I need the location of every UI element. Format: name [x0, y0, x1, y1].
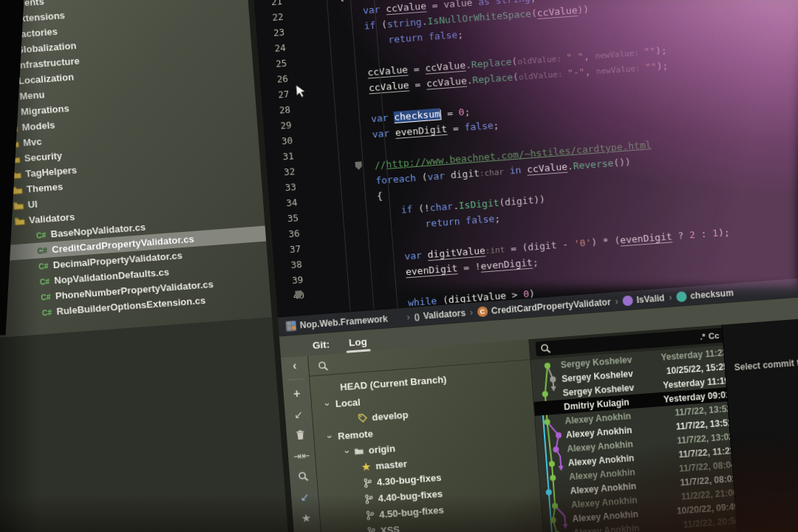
chevron-down-icon[interactable]: ›: [321, 398, 333, 409]
commit-list: Merge branch 'issue-6359-increase-perfor…: [531, 346, 738, 532]
breadcrumb-separator: ›: [615, 296, 618, 307]
branch-icon: [364, 526, 378, 532]
branch-label: origin: [368, 443, 395, 456]
folder-icon: [7, 139, 21, 149]
folder-icon: [1, 61, 15, 71]
tree-item-label: Events: [13, 0, 45, 9]
folder-icon: [0, 46, 13, 55]
search-icon: [540, 343, 551, 354]
csharp-icon: C#: [36, 261, 50, 270]
class-icon: C: [477, 306, 488, 317]
tree-item-label: Themes: [26, 181, 63, 195]
field-icon: [676, 291, 687, 302]
csharp-icon: C#: [39, 292, 53, 301]
tree-item-label: Mvc: [23, 136, 42, 149]
breadcrumb-item-validators[interactable]: ()Validators: [414, 307, 466, 321]
csharp-icon: C#: [35, 245, 50, 255]
csharp-icon: C#: [38, 276, 52, 286]
breadcrumb-separator: ›: [406, 312, 410, 322]
branch-icon: [363, 510, 377, 520]
chevron-right-icon[interactable]: ›: [0, 169, 10, 181]
mouse-cursor: [294, 83, 307, 99]
chevron-down-icon[interactable]: ›: [1, 216, 13, 228]
chevron-left-icon[interactable]: ‹: [293, 360, 297, 371]
branch-label: develop: [372, 409, 409, 423]
folder-icon: [0, 15, 11, 24]
folder-icon: [11, 200, 25, 210]
git-branches-pane: HEAD (Current Branch)›Localdevelop›Remot…: [307, 339, 545, 532]
tree-item-label: Localization: [18, 71, 74, 86]
project-tree: ›Controllers›Events›Extensions›Factories…: [0, 0, 272, 339]
select-commit-hint: Select commit to: [734, 352, 798, 373]
photo-of-monitor: Bookmarks ›Controllers›Events›Extensions…: [0, 0, 798, 532]
folder-icon: [13, 216, 27, 225]
branch-label: 4.30-bug-fixes: [376, 471, 441, 488]
match-case-toggle[interactable]: Cc: [708, 331, 720, 341]
folder-icon: [3, 92, 17, 102]
tree-item-label: Migrations: [21, 103, 70, 117]
folder-icon: [7, 154, 21, 164]
breadcrumb-label: Validators: [423, 307, 466, 321]
git-commits-pane: .* Cc Branch ▼User ▼Date ▼Paths ▼ ⇡↶ Mer…: [528, 325, 738, 532]
search-icon[interactable]: [298, 471, 309, 482]
tag-icon: [355, 412, 369, 423]
breadcrumb-label: IsValid: [636, 293, 665, 305]
folder-icon: [0, 30, 13, 40]
folder-icon: [5, 123, 19, 133]
folder-icon: [4, 108, 18, 117]
namespace-icon: (): [414, 311, 420, 322]
module-icon: [285, 320, 296, 331]
branch-icon: [361, 494, 375, 504]
tree-item-label: Validators: [29, 211, 75, 226]
breadcrumb-label: Nop.Web.Framework: [299, 313, 388, 330]
tree-item-label: Extensions: [13, 10, 65, 24]
trash-icon[interactable]: [295, 429, 305, 440]
branch-label: 4.40-bug-fixes: [378, 488, 443, 504]
tab-git-log[interactable]: Log: [349, 336, 368, 353]
branch-label: Remote: [338, 428, 374, 442]
regex-toggle[interactable]: .*: [700, 332, 706, 341]
chevron-right-icon[interactable]: ›: [1, 200, 12, 212]
branch-label: 4.50-bug-fixes: [379, 504, 444, 520]
tree-item-label: UI: [27, 199, 38, 211]
tree-item-label: Models: [21, 119, 55, 132]
arrow-blue-icon[interactable]: ↙: [300, 491, 310, 503]
tree-item-label: Factories: [15, 26, 58, 40]
folder-icon: [9, 169, 23, 179]
folder-icon: [0, 0, 10, 9]
star-icon[interactable]: ★: [301, 512, 312, 524]
csharp-icon: C#: [34, 230, 48, 239]
breadcrumb-label: checksum: [690, 287, 734, 301]
star-icon: ★: [359, 460, 373, 472]
breadcrumb-item-checksum[interactable]: checksum: [676, 287, 734, 302]
folder-gray-icon: [352, 446, 366, 455]
ide-window: Bookmarks ›Controllers›Events›Extensions…: [0, 0, 798, 532]
branch-label: XSS: [380, 524, 400, 532]
code-editor[interactable]: ext methodsexposing APIs override bool I…: [252, 0, 798, 317]
tree-item-label: TagHelpers: [25, 164, 78, 179]
csharp-icon: C#: [40, 307, 54, 317]
breadcrumb-item-isvalid[interactable]: IsValid: [622, 293, 665, 306]
tree-item-label: Menu: [19, 89, 45, 102]
gutter-marker-icon[interactable]: [355, 161, 362, 170]
chevron-down-icon[interactable]: ›: [324, 431, 335, 442]
plus-icon[interactable]: +: [293, 388, 301, 400]
branch-icon: [361, 477, 375, 488]
breadcrumb-separator: ›: [669, 292, 672, 302]
chevron-right-icon[interactable]: ›: [0, 185, 11, 197]
tree-item-label: Security: [24, 150, 62, 164]
arrow-down-left-icon[interactable]: ↙: [293, 408, 303, 420]
branch-label: master: [375, 458, 408, 471]
chevron-down-icon[interactable]: ›: [341, 446, 353, 457]
branch-label: Local: [335, 396, 361, 409]
method-icon: [622, 295, 633, 306]
folder-icon: [2, 77, 16, 86]
collapse-icon[interactable]: ⇥⇤: [293, 449, 310, 463]
breadcrumb-separator: ›: [469, 307, 473, 317]
git-label: Git:: [312, 338, 330, 355]
folder-icon: [10, 185, 24, 194]
